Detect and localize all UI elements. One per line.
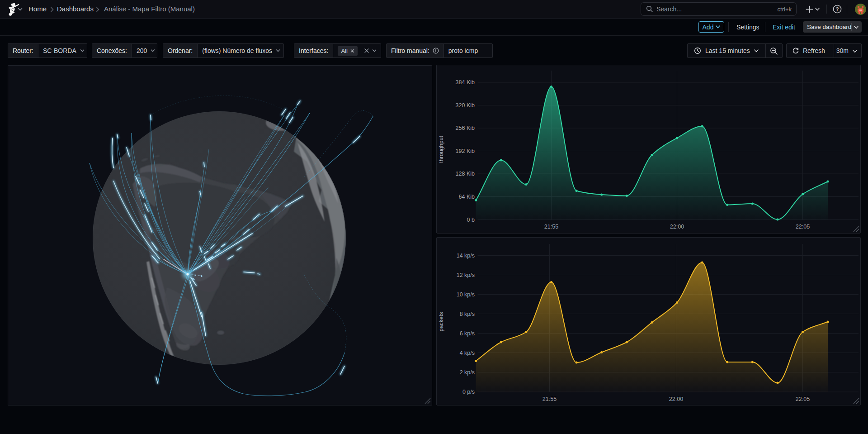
svg-text:64 Kib: 64 Kib bbox=[459, 194, 475, 200]
svg-text:8 kp/s: 8 kp/s bbox=[460, 311, 475, 317]
svg-text:0 p/s: 0 p/s bbox=[462, 389, 475, 395]
svg-text:384 Kib: 384 Kib bbox=[456, 79, 475, 86]
svg-text:packets: packets bbox=[438, 312, 444, 331]
svg-text:22:00: 22:00 bbox=[669, 396, 683, 402]
svg-text:21:55: 21:55 bbox=[542, 396, 557, 402]
svg-text:2 kp/s: 2 kp/s bbox=[460, 369, 475, 376]
svg-text:12 kp/s: 12 kp/s bbox=[457, 272, 475, 278]
svg-text:22:00: 22:00 bbox=[670, 224, 684, 230]
svg-text:6 kp/s: 6 kp/s bbox=[460, 330, 475, 337]
svg-text:throughput: throughput bbox=[438, 136, 444, 163]
svg-text:14 kp/s: 14 kp/s bbox=[457, 253, 475, 259]
svg-text:22:05: 22:05 bbox=[796, 224, 810, 230]
svg-text:0 b: 0 b bbox=[467, 217, 475, 223]
svg-text:192 Kib: 192 Kib bbox=[456, 148, 475, 154]
svg-text:320 Kib: 320 Kib bbox=[456, 102, 475, 109]
svg-text:256 Kib: 256 Kib bbox=[456, 125, 475, 131]
svg-text:10 kp/s: 10 kp/s bbox=[457, 291, 475, 298]
svg-text:21:55: 21:55 bbox=[544, 224, 558, 230]
svg-text:128 Kib: 128 Kib bbox=[456, 171, 475, 177]
svg-text:4 kp/s: 4 kp/s bbox=[460, 350, 475, 356]
svg-text:?: ? bbox=[835, 6, 839, 12]
svg-text:22:05: 22:05 bbox=[796, 396, 810, 402]
